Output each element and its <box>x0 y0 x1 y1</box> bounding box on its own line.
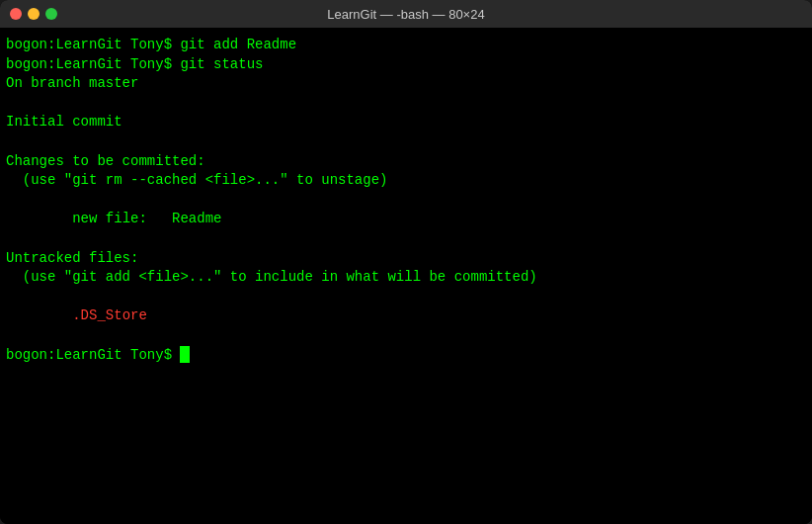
terminal-window: LearnGit — -bash — 80×24 bogon:LearnGit … <box>0 0 812 524</box>
terminal-output: bogon:LearnGit Tony$ git add Readme bogo… <box>6 36 806 365</box>
window-title: LearnGit — -bash — 80×24 <box>327 7 484 22</box>
close-button[interactable] <box>10 8 22 20</box>
traffic-lights <box>10 8 57 20</box>
titlebar: LearnGit — -bash — 80×24 <box>0 0 812 28</box>
terminal-body[interactable]: bogon:LearnGit Tony$ git add Readme bogo… <box>0 28 812 524</box>
maximize-button[interactable] <box>45 8 57 20</box>
minimize-button[interactable] <box>28 8 40 20</box>
